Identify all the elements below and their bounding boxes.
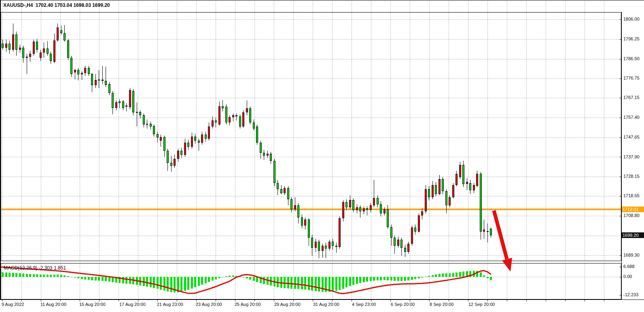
time-axis-label: 17 Aug 20:00 [119,302,146,307]
price-axis-label: 1786.50 [623,56,640,61]
time-axis-label: 11 Aug 20:00 [40,302,66,307]
price-axis-label: 1728.15 [623,174,640,179]
price-axis-label: 1689.30 [623,253,640,257]
time-axis-label: 21 Aug 23:00 [157,302,183,307]
hline-price-tag: 1712.01 [622,207,644,212]
indicator-axis-label: -12.233 [623,292,638,297]
time-axis-label: 12 Sep 20:00 [468,302,495,307]
price-axis-label: 1757.40 [623,115,640,120]
price-axis-label: 1767.15 [623,95,640,100]
time-axis-label: 31 Aug 20:00 [313,302,339,307]
time-axis-label: 15 Aug 20:00 [79,302,106,307]
price-axis-label: 1806.00 [623,17,640,21]
price-axis-label: 1796.25 [623,36,640,41]
current-price-tag: 1699.20 [622,232,644,238]
indicator-label: MACD(12,26,9) -2.303 1.851 [4,265,66,271]
symbol-quote-title: XAUUSD-,H4 1702.40 1703.04 1698.03 1699.… [3,2,110,8]
price-axis-label: 1718.55 [623,193,640,198]
time-axis-label: 29 Aug 20:00 [274,302,301,307]
price-axis-label: 1776.75 [623,76,640,80]
price-axis-label: 1708.80 [623,213,640,218]
time-axis-label: 4 Sep 23:00 [352,302,376,307]
indicator-axis-label: 0.00 [623,274,632,279]
mt4-chart-window: XAUUSD-,H4 1702.40 1703.04 1698.03 1699.… [0,0,644,312]
price-chart-canvas[interactable] [0,0,644,312]
price-axis-label: 1747.65 [623,135,640,139]
time-axis-label: 25 Aug 20:00 [235,302,261,307]
time-axis-label: 9 Aug 2022 [2,302,24,307]
price-axis-label: 1737.90 [623,154,640,159]
indicator-axis-label: 6.688 [623,264,635,269]
time-axis-label: 8 Sep 20:00 [430,302,453,307]
time-axis-label: 23 Aug 20:00 [196,302,222,307]
time-axis-label: 6 Sep 20:00 [391,302,415,307]
